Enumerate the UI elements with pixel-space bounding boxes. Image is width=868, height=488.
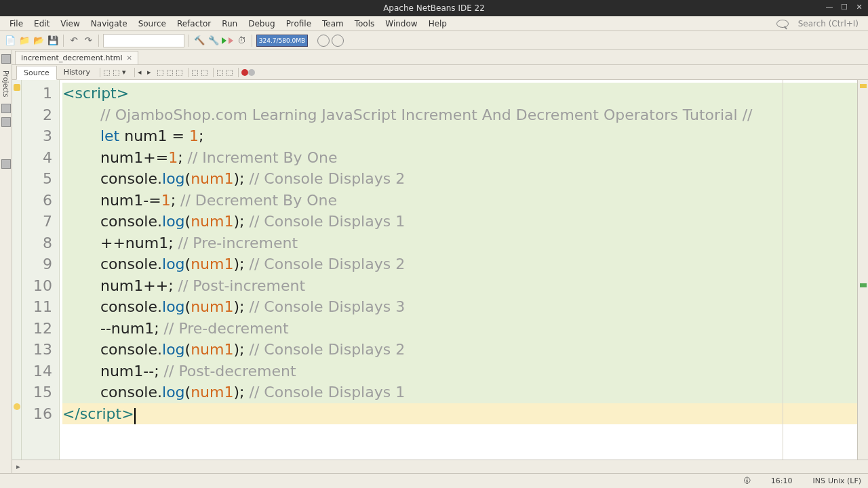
- prev-error-icon[interactable]: ⬚: [166, 68, 176, 77]
- editor-nav-icon[interactable]: ⬚: [103, 68, 113, 77]
- separator-icon: [134, 68, 135, 77]
- search-icon: [776, 20, 789, 28]
- cursor-pos: 16:10: [771, 476, 793, 485]
- editor-nav-icon[interactable]: ▾: [122, 68, 132, 77]
- titlebar: Apache NetBeans IDE 22 — ☐ ✕: [0, 0, 868, 16]
- close-icon[interactable]: ✕: [854, 3, 864, 12]
- close-tab-icon[interactable]: ✕: [127, 54, 132, 62]
- file-tabs: increment_decrement.html ✕: [12, 50, 868, 65]
- menu-navigate[interactable]: Navigate: [85, 18, 133, 30]
- separator-icon: [238, 68, 239, 77]
- right-margin-line: [783, 80, 783, 460]
- save-all-icon[interactable]: 💾: [47, 35, 59, 47]
- warning-marker-icon[interactable]: [860, 84, 867, 88]
- menu-tools[interactable]: Tools: [349, 18, 380, 30]
- menu-window[interactable]: Window: [380, 18, 422, 30]
- config-dropdown[interactable]: [103, 34, 184, 47]
- code-editor[interactable]: 12345678910111213141516 <script> // Ojam…: [12, 80, 868, 460]
- menu-file[interactable]: File: [4, 18, 28, 30]
- redo-icon[interactable]: ↷: [82, 35, 94, 47]
- memory-gauge[interactable]: 324.7/580.0MB: [256, 35, 308, 47]
- editor-subtabs: Source History ⬚ ⬚ ▾ ◂ ▸ ⬚ ⬚ ⬚ ⬚ ⬚ ⬚ ⬚: [12, 65, 868, 80]
- clean-build-icon[interactable]: 🔧: [208, 35, 220, 47]
- navigator-icon[interactable]: [1, 159, 11, 169]
- separator-icon: [100, 68, 100, 77]
- open-icon[interactable]: 📂: [33, 35, 45, 47]
- menu-profile[interactable]: Profile: [281, 18, 317, 30]
- separator-icon: [188, 68, 189, 77]
- annotation-gutter: [12, 80, 22, 460]
- new-file-icon[interactable]: 📄: [4, 35, 16, 47]
- subtab-source[interactable]: Source: [16, 66, 57, 80]
- text-caret: [134, 408, 136, 424]
- change-marker-icon[interactable]: [860, 283, 867, 287]
- maximize-icon[interactable]: ☐: [840, 3, 849, 12]
- line-number-gutter: 12345678910111213141516: [22, 80, 60, 460]
- menu-refactor[interactable]: Refactor: [172, 18, 216, 30]
- run-icon[interactable]: [222, 37, 226, 44]
- toolbar: 📄 📁 📂 💾 ↶ ↷ 🔨 🔧 ⏱ 324.7/580.0MB: [0, 31, 868, 50]
- refresh-icon[interactable]: [317, 35, 330, 47]
- separator-icon: [189, 35, 189, 47]
- debug-icon[interactable]: [229, 37, 233, 44]
- diff-next-icon[interactable]: ⬚: [201, 68, 210, 77]
- hint-bulb-icon[interactable]: [14, 403, 20, 410]
- menu-view[interactable]: View: [55, 18, 85, 30]
- files-icon[interactable]: [1, 104, 11, 113]
- menu-help[interactable]: Help: [423, 18, 452, 30]
- diff-prev-icon[interactable]: ⬚: [191, 68, 201, 77]
- side-projects[interactable]: Projects: [1, 66, 11, 101]
- macro-record-icon[interactable]: [241, 69, 248, 76]
- minimize-icon[interactable]: —: [825, 3, 834, 12]
- chevron-right-icon[interactable]: ▸: [16, 462, 20, 471]
- menu-source[interactable]: Source: [133, 18, 172, 30]
- code-area[interactable]: <script> // OjamboShop.com Learning Java…: [60, 80, 857, 460]
- toggle-bookmark-icon[interactable]: ⬚: [157, 68, 166, 77]
- left-sidebar: Projects: [0, 50, 12, 473]
- output-collapsed[interactable]: ▸: [12, 460, 868, 473]
- next-error-icon[interactable]: ⬚: [176, 68, 185, 77]
- projects-icon[interactable]: [1, 54, 11, 64]
- prev-bookmark-icon[interactable]: ◂: [138, 68, 147, 77]
- app-title: Apache NetBeans IDE 22: [383, 3, 485, 13]
- statusbar: 🛈 16:10 INS Unix (LF): [0, 473, 868, 488]
- new-project-icon[interactable]: 📁: [18, 35, 31, 47]
- menu-run[interactable]: Run: [216, 18, 243, 30]
- separator-icon: [252, 35, 252, 47]
- line-ending[interactable]: Unix (LF): [828, 476, 861, 485]
- separator-icon: [63, 35, 64, 47]
- menu-team[interactable]: Team: [317, 18, 349, 30]
- menu-edit[interactable]: Edit: [28, 18, 55, 30]
- next-bookmark-icon[interactable]: ▸: [147, 68, 157, 77]
- file-tab[interactable]: increment_decrement.html ✕: [15, 51, 138, 64]
- error-stripe[interactable]: [857, 80, 868, 460]
- insert-mode[interactable]: INS: [812, 476, 825, 485]
- search-placeholder: Search (Ctrl+I): [793, 18, 864, 30]
- editor-nav-icon[interactable]: ⬚: [113, 68, 122, 77]
- shift-right-icon[interactable]: ⬚: [226, 68, 235, 77]
- subtab-history[interactable]: History: [57, 66, 97, 79]
- profile-icon[interactable]: ⏱: [235, 35, 248, 47]
- menu-debug[interactable]: Debug: [243, 18, 280, 30]
- separator-icon: [213, 68, 214, 77]
- menubar: File Edit View Navigate Source Refactor …: [0, 16, 868, 31]
- services-icon[interactable]: [1, 117, 11, 127]
- build-icon[interactable]: 🔨: [193, 35, 205, 47]
- notifications-icon[interactable]: 🛈: [743, 476, 751, 485]
- separator-icon: [98, 35, 99, 47]
- file-tab-name: increment_decrement.html: [21, 54, 123, 62]
- warning-icon[interactable]: [14, 84, 20, 91]
- search-box[interactable]: Search (Ctrl+I): [776, 18, 864, 30]
- shift-left-icon[interactable]: ⬚: [216, 68, 226, 77]
- undo-icon[interactable]: ↶: [68, 35, 80, 47]
- refresh-alt-icon[interactable]: [332, 35, 344, 47]
- macro-stop-icon[interactable]: [248, 69, 255, 76]
